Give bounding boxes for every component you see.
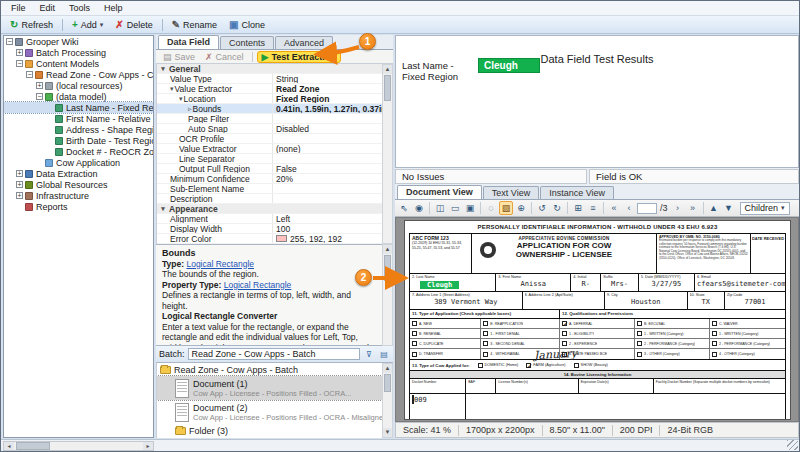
expander-icon[interactable]: ▾ [170, 84, 174, 93]
property-value[interactable]: Disabled [273, 124, 382, 133]
property-value[interactable] [273, 154, 382, 163]
property-value[interactable]: Left [273, 214, 382, 223]
tab-data-field[interactable]: Data Field [158, 35, 219, 49]
tree-item[interactable]: +Infrastructure [4, 190, 153, 201]
batch-document-item[interactable]: Document (2)Cow App - Licensee - Positio… [157, 400, 382, 424]
expander-icon[interactable]: ▾ [179, 94, 183, 103]
property-row[interactable]: Value TypeString [157, 74, 382, 84]
rotate-right-tool[interactable]: ↻ [550, 201, 564, 215]
property-value[interactable]: 20% [273, 174, 382, 183]
tree-collapse-icon[interactable]: − [26, 71, 33, 78]
tree-expand-icon[interactable]: + [16, 170, 23, 177]
tree-collapse-icon[interactable]: − [36, 93, 43, 100]
batch-name-box[interactable]: Read Zone - Cow Apps - Batch [188, 348, 360, 360]
property-value[interactable] [273, 114, 382, 123]
rotate-left-tool[interactable]: ↺ [535, 201, 549, 215]
tab-contents[interactable]: Contents [220, 36, 274, 49]
property-value[interactable]: False [273, 164, 382, 173]
next-page-button[interactable]: › [671, 201, 685, 215]
property-value[interactable]: 100 [273, 224, 382, 233]
refresh-button[interactable]: ↻Refresh [4, 18, 59, 32]
rename-button[interactable]: ✎Rename [166, 18, 223, 32]
thumbnails-tool[interactable]: ⊞ [571, 201, 585, 215]
tree-item[interactable]: Last Name - Fixed Region [4, 102, 153, 113]
menu-file[interactable]: File [4, 2, 33, 14]
test-extraction-button[interactable]: ▶Test Extraction [257, 51, 341, 63]
tree-item[interactable]: Birth Date - Test Region [4, 135, 153, 146]
property-row[interactable]: Sub-Element Name [157, 184, 382, 194]
property-row[interactable]: Output Full RegionFalse [157, 164, 382, 174]
batch-document-item[interactable]: Document (1)Cow App - Licensee - Positio… [157, 376, 382, 400]
property-row[interactable]: ▾LocationFixed Region [157, 94, 382, 104]
tree-horizontal-scrollbar[interactable]: ◂ ▸ [3, 441, 154, 451]
children-dropdown[interactable]: Children▾ [740, 202, 790, 215]
property-row[interactable]: Line Separator [157, 154, 382, 164]
tab-document-view[interactable]: Document View [397, 185, 482, 199]
tab-instance-view[interactable]: Instance View [540, 186, 614, 199]
property-row[interactable]: OCR Profile [157, 134, 382, 144]
scroll-right-icon[interactable]: ▸ [143, 442, 153, 450]
tree-item[interactable]: +Data Extraction [4, 168, 153, 179]
property-row[interactable]: Minimum Confidence20% [157, 174, 382, 184]
save-button[interactable]: ▤Save [159, 51, 199, 63]
clone-button[interactable]: ▣Clone [223, 18, 271, 32]
property-row[interactable]: Value Extractor(none) [157, 144, 382, 154]
tree-item[interactable]: +Batch Processing [4, 47, 153, 58]
page-number-input[interactable] [637, 203, 657, 214]
document-page[interactable]: PERSONALLY IDENTIFIABLE INFORMATION - WI… [404, 220, 791, 420]
property-value[interactable]: Read Zone [273, 84, 382, 93]
prev-page-button[interactable]: ‹ [622, 201, 636, 215]
batch-root-item[interactable]: Read Zone - Cow Apps - Batch [157, 363, 382, 376]
actual-size-tool[interactable]: ▣ [463, 201, 477, 215]
resize-grip[interactable] [787, 440, 798, 450]
tree-item[interactable]: Cow Application [4, 157, 153, 168]
tree-item[interactable]: +Global Resources [4, 179, 153, 190]
tree-item[interactable]: Docket # - ReOCR Zone [4, 146, 153, 157]
property-row[interactable]: ▾Value ExtractorRead Zone [157, 84, 382, 94]
property-value[interactable]: String [273, 74, 382, 83]
tree-item[interactable]: +(local resources) [4, 80, 153, 91]
property-category[interactable]: ▾Appearance [157, 204, 382, 214]
tree-item[interactable]: −Content Models [4, 58, 153, 69]
region-select-tool[interactable]: ▧ [499, 201, 513, 215]
menu-help[interactable]: Help [97, 2, 130, 14]
tree-item[interactable]: First Name - Relative Region [4, 113, 153, 124]
property-row[interactable]: Display Width100 [157, 224, 382, 234]
prev-child-button[interactable]: ▲ [707, 201, 721, 215]
select-tool[interactable]: ⇖ [397, 201, 411, 215]
tab-advanced[interactable]: Advanced [275, 36, 333, 49]
scroll-thumb[interactable] [16, 442, 50, 450]
property-value[interactable]: 255, 192, 192 [273, 234, 382, 243]
property-value[interactable] [273, 184, 382, 193]
property-category[interactable]: ▾General [157, 64, 382, 74]
property-value[interactable]: 0.41in, 1.59in, 1.27in, 0.37in [273, 104, 382, 113]
tree-item[interactable]: −(data model) [4, 91, 153, 102]
property-row[interactable]: ▹Bounds0.41in, 1.59in, 1.27in, 0.37in [157, 104, 382, 114]
tree-item[interactable]: Reports [4, 201, 153, 212]
help-type-link[interactable]: Logical Rectangle [186, 259, 254, 269]
zoom-tool[interactable]: ⊕ [514, 201, 528, 215]
batch-tree-scrollbar[interactable]: ▲▼ [382, 363, 393, 438]
tree-collapse-icon[interactable]: − [6, 38, 13, 45]
property-grid-scrollbar[interactable]: ▲ [382, 64, 393, 244]
fit-width-tool[interactable]: ◫ [433, 201, 447, 215]
pan-tool[interactable]: ◉ [412, 201, 426, 215]
layers-tool[interactable]: ≡ [586, 201, 600, 215]
help-proptype-link[interactable]: Logical Rectangle [224, 280, 292, 290]
tree-expand-icon[interactable]: + [36, 82, 43, 89]
scroll-left-icon[interactable]: ◂ [4, 442, 14, 450]
property-row[interactable]: Description [157, 194, 382, 204]
menu-edit[interactable]: Edit [33, 2, 63, 14]
tree-item[interactable]: −Read Zone - Cow Apps - Content Mo [4, 69, 153, 80]
tree-collapse-icon[interactable]: − [16, 60, 23, 67]
add-button[interactable]: +Add▾ [66, 18, 109, 32]
menu-tools[interactable]: Tools [62, 2, 97, 14]
property-value[interactable]: (none) [273, 144, 382, 153]
cancel-button[interactable]: ✗Cancel [201, 51, 248, 63]
lasso-tool[interactable]: ◌ [484, 201, 498, 215]
result-field-value[interactable]: Cleugh [478, 58, 540, 73]
tree-item[interactable]: −Grooper Wiki [4, 36, 153, 47]
property-value[interactable] [273, 194, 382, 203]
batch-properties-icon[interactable]: ▤ [378, 348, 390, 360]
expander-icon[interactable]: ▹ [188, 104, 192, 113]
